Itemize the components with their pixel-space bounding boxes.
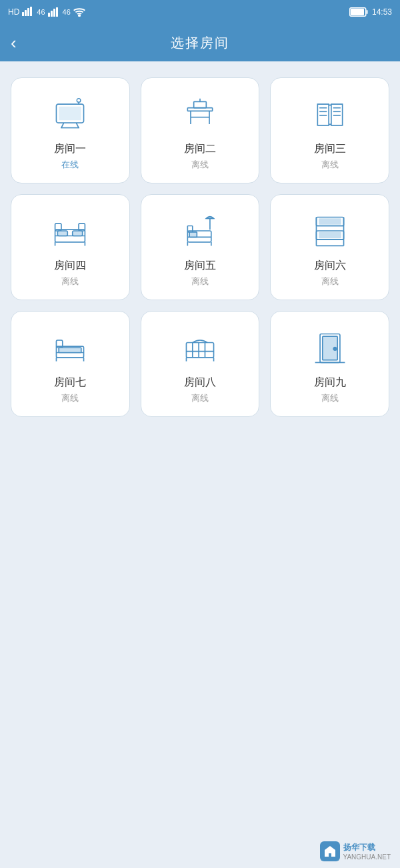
svg-line-13 xyxy=(61,123,64,127)
network-46-2: 46 xyxy=(63,8,71,16)
room-icon-5 xyxy=(179,209,221,252)
svg-rect-35 xyxy=(58,231,68,236)
svg-rect-7 xyxy=(56,7,58,17)
room-icon-1 xyxy=(49,93,91,135)
svg-point-17 xyxy=(77,99,81,103)
room-card-6[interactable]: 房间六离线 xyxy=(270,194,389,300)
room-name-7: 房间七 xyxy=(54,376,86,390)
back-button[interactable]: ‹ xyxy=(11,34,17,51)
room-card-8[interactable]: 房间八离线 xyxy=(141,311,260,417)
svg-point-8 xyxy=(79,15,80,16)
room-name-9: 房间九 xyxy=(314,376,346,390)
room-status-2: 离线 xyxy=(191,159,209,171)
svg-rect-2 xyxy=(27,8,29,16)
svg-point-71 xyxy=(333,348,337,351)
footer: 扬华下载 YANGHUA.NET xyxy=(0,835,400,868)
room-icon-3 xyxy=(309,93,351,135)
svg-rect-4 xyxy=(48,13,50,17)
svg-rect-53 xyxy=(319,218,341,224)
room-card-7[interactable]: 房间七离线 xyxy=(11,311,130,417)
svg-rect-10 xyxy=(366,10,367,14)
battery-icon xyxy=(349,7,368,17)
svg-rect-36 xyxy=(73,231,83,236)
header: ‹ 选择房间 xyxy=(0,24,400,61)
status-right: 14:53 xyxy=(349,7,392,17)
brand-text: 扬华下载 YANGHUA.NET xyxy=(343,842,391,861)
room-icon-7 xyxy=(49,326,91,369)
status-bar: HD 46 46 xyxy=(0,0,400,24)
signal-icons xyxy=(22,7,34,18)
room-icon-8 xyxy=(179,326,221,369)
time: 14:53 xyxy=(372,7,392,17)
svg-rect-54 xyxy=(319,232,341,238)
room-name-3: 房间三 xyxy=(314,142,346,156)
page-title: 选择房间 xyxy=(171,34,229,52)
room-status-1: 在线 xyxy=(61,159,79,171)
content-area: 房间一在线 房间二离线 房间三离线 房间四离线 xyxy=(0,61,400,835)
room-icon-6 xyxy=(309,209,351,252)
room-name-8: 房间八 xyxy=(184,376,216,390)
brand-logo: 扬华下载 YANGHUA.NET xyxy=(320,841,391,861)
room-icon-2 xyxy=(179,93,221,135)
svg-rect-5 xyxy=(51,11,53,17)
svg-rect-1 xyxy=(25,10,27,16)
svg-line-14 xyxy=(77,123,79,127)
room-icon-9 xyxy=(309,326,351,369)
svg-rect-59 xyxy=(59,348,82,352)
room-status-3: 离线 xyxy=(321,159,339,171)
room-card-9[interactable]: 房间九离线 xyxy=(270,311,389,417)
svg-rect-6 xyxy=(53,9,55,17)
room-name-4: 房间四 xyxy=(54,259,86,273)
room-status-5: 离线 xyxy=(191,276,209,288)
svg-rect-3 xyxy=(30,7,32,16)
svg-rect-23 xyxy=(194,101,207,107)
room-status-7: 离线 xyxy=(61,392,79,404)
room-icon-4 xyxy=(49,209,91,252)
room-card-2[interactable]: 房间二离线 xyxy=(141,77,260,183)
room-grid: 房间一在线 房间二离线 房间三离线 房间四离线 xyxy=(11,77,389,417)
room-name-5: 房间五 xyxy=(184,259,216,273)
room-card-1[interactable]: 房间一在线 xyxy=(11,77,130,183)
room-card-4[interactable]: 房间四离线 xyxy=(11,194,130,300)
svg-rect-16 xyxy=(59,107,82,121)
room-name-1: 房间一 xyxy=(54,142,86,156)
room-status-4: 离线 xyxy=(61,276,79,288)
room-name-2: 房间二 xyxy=(184,142,216,156)
room-card-5[interactable]: 房间五离线 xyxy=(141,194,260,300)
hd-label: HD xyxy=(8,7,19,17)
status-left: HD 46 46 xyxy=(8,7,85,18)
network-46-1: 46 xyxy=(37,8,45,16)
wifi-icon xyxy=(73,7,85,17)
svg-rect-0 xyxy=(22,12,24,16)
room-name-6: 房间六 xyxy=(314,259,346,273)
room-card-3[interactable]: 房间三离线 xyxy=(270,77,389,183)
svg-rect-62 xyxy=(186,343,213,358)
svg-rect-42 xyxy=(189,232,197,237)
logo-icon xyxy=(320,841,340,861)
svg-rect-11 xyxy=(351,9,364,15)
room-status-9: 离线 xyxy=(321,392,339,404)
room-status-6: 离线 xyxy=(321,276,339,288)
room-status-8: 离线 xyxy=(191,392,209,404)
